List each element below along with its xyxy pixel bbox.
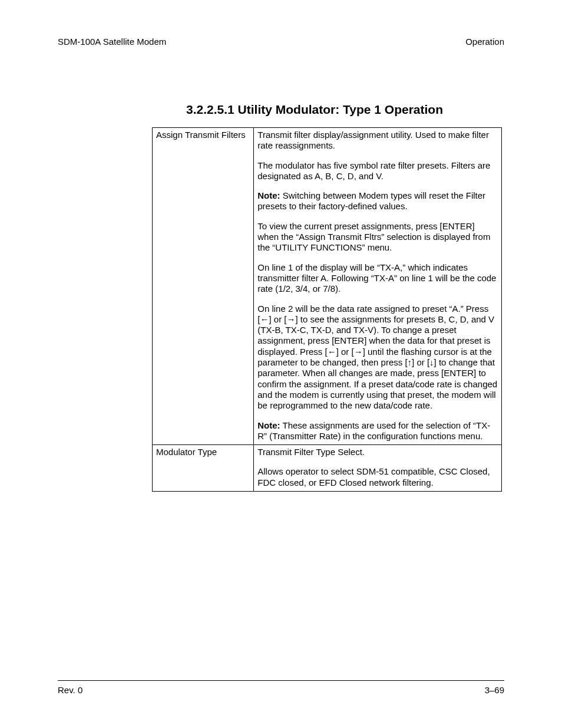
paragraph-text: Switching between Modem types will reset… — [257, 190, 485, 211]
paragraph-text: To view the current preset assignments, … — [257, 221, 490, 253]
paragraph: To view the current preset assignments, … — [257, 221, 498, 253]
header-right: Operation — [465, 37, 504, 47]
footer-right: 3–69 — [485, 685, 504, 695]
note-label: Note: — [257, 420, 280, 430]
paragraph: The modulator has five symbol rate filte… — [257, 160, 498, 182]
note-label: Note: — [257, 190, 280, 200]
header-left: SDM-100A Satellite Modem — [58, 37, 166, 47]
row-content: Transmit filter display/assignment utili… — [254, 128, 502, 445]
row-content: Transmit Filter Type Select.Allows opera… — [254, 445, 502, 492]
row-label: Modulator Type — [153, 445, 254, 492]
page: SDM-100A Satellite Modem Operation 3.2.2… — [0, 0, 562, 728]
paragraph-text: These assignments are used for the selec… — [257, 420, 490, 441]
footer-left: Rev. 0 — [58, 685, 82, 695]
paragraph-text: On line 2 will be the data rate assigned… — [257, 304, 497, 411]
paragraph: On line 2 will be the data rate assigned… — [257, 304, 498, 411]
paragraph: Note: Switching between Modem types will… — [257, 190, 498, 212]
section-heading: 3.2.2.5.1 Utility Modulator: Type 1 Oper… — [186, 103, 504, 117]
paragraph: Allows operator to select SDM-51 compati… — [257, 466, 498, 488]
paragraph-text: The modulator has five symbol rate filte… — [257, 160, 490, 181]
paragraph: Note: These assignments are used for the… — [257, 420, 498, 442]
row-label: Assign Transmit Filters — [153, 128, 254, 445]
table-row: Assign Transmit FiltersTransmit filter d… — [153, 128, 502, 445]
paragraph-text: Transmit filter display/assignment utili… — [257, 130, 489, 150]
paragraph-text: Transmit Filter Type Select. — [257, 447, 365, 457]
paragraph: On line 1 of the display will be “TX-A,”… — [257, 262, 498, 295]
paragraph: Transmit filter display/assignment utili… — [257, 130, 498, 151]
page-header: SDM-100A Satellite Modem Operation — [58, 37, 504, 47]
paragraph: Transmit Filter Type Select. — [257, 447, 498, 457]
page-footer: Rev. 0 3–69 — [58, 680, 504, 695]
paragraph-text: Allows operator to select SDM-51 compati… — [257, 466, 490, 487]
paragraph-text: On line 1 of the display will be “TX-A,”… — [257, 262, 496, 294]
content-table: Assign Transmit FiltersTransmit filter d… — [152, 127, 502, 492]
footer-rule — [58, 680, 504, 681]
table-row: Modulator TypeTransmit Filter Type Selec… — [153, 445, 502, 492]
